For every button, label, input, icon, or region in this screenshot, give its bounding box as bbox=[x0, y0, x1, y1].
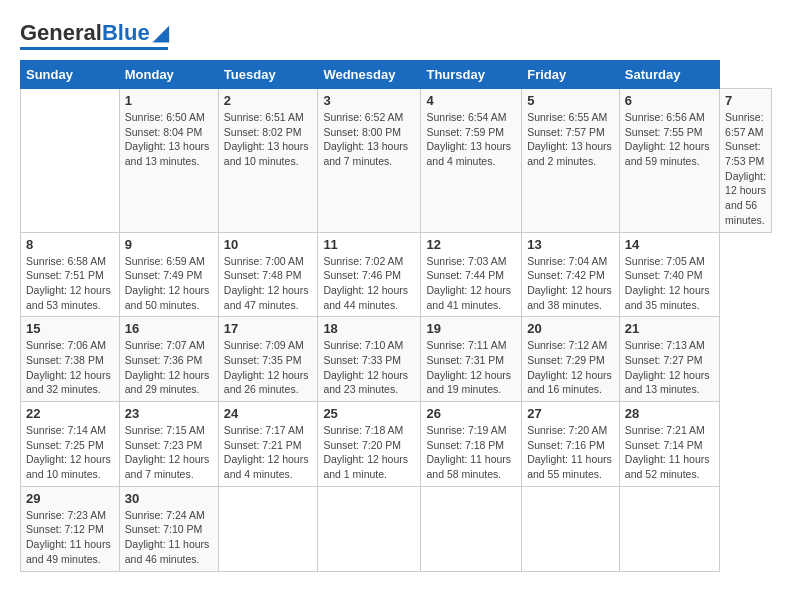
day-number: 1 bbox=[125, 93, 213, 108]
day-number: 16 bbox=[125, 321, 213, 336]
day-number: 9 bbox=[125, 237, 213, 252]
calendar-cell: 23 Sunrise: 7:15 AMSunset: 7:23 PMDaylig… bbox=[119, 402, 218, 487]
calendar-cell: 18 Sunrise: 7:10 AMSunset: 7:33 PMDaylig… bbox=[318, 317, 421, 402]
weekday-header-wednesday: Wednesday bbox=[318, 61, 421, 89]
calendar-cell: 5 Sunrise: 6:55 AMSunset: 7:57 PMDayligh… bbox=[522, 89, 620, 233]
day-info: Sunrise: 7:13 AMSunset: 7:27 PMDaylight:… bbox=[625, 338, 714, 397]
day-info: Sunrise: 7:10 AMSunset: 7:33 PMDaylight:… bbox=[323, 338, 415, 397]
calendar-cell: 9 Sunrise: 6:59 AMSunset: 7:49 PMDayligh… bbox=[119, 232, 218, 317]
calendar-cell bbox=[619, 486, 719, 571]
calendar-cell: 15 Sunrise: 7:06 AMSunset: 7:38 PMDaylig… bbox=[21, 317, 120, 402]
logo-underline bbox=[20, 47, 168, 50]
day-number: 21 bbox=[625, 321, 714, 336]
calendar-cell: 24 Sunrise: 7:17 AMSunset: 7:21 PMDaylig… bbox=[218, 402, 318, 487]
day-info: Sunrise: 6:57 AMSunset: 7:53 PMDaylight:… bbox=[725, 110, 766, 228]
weekday-header-monday: Monday bbox=[119, 61, 218, 89]
day-info: Sunrise: 7:09 AMSunset: 7:35 PMDaylight:… bbox=[224, 338, 313, 397]
day-number: 13 bbox=[527, 237, 614, 252]
day-info: Sunrise: 7:07 AMSunset: 7:36 PMDaylight:… bbox=[125, 338, 213, 397]
day-number: 22 bbox=[26, 406, 114, 421]
day-number: 25 bbox=[323, 406, 415, 421]
day-info: Sunrise: 7:18 AMSunset: 7:20 PMDaylight:… bbox=[323, 423, 415, 482]
day-info: Sunrise: 7:15 AMSunset: 7:23 PMDaylight:… bbox=[125, 423, 213, 482]
day-number: 18 bbox=[323, 321, 415, 336]
calendar-cell: 12 Sunrise: 7:03 AMSunset: 7:44 PMDaylig… bbox=[421, 232, 522, 317]
page-header: General Blue ◢ bbox=[20, 20, 772, 50]
day-number: 7 bbox=[725, 93, 766, 108]
day-info: Sunrise: 6:51 AMSunset: 8:02 PMDaylight:… bbox=[224, 110, 313, 169]
calendar-cell: 25 Sunrise: 7:18 AMSunset: 7:20 PMDaylig… bbox=[318, 402, 421, 487]
day-number: 19 bbox=[426, 321, 516, 336]
calendar-cell: 10 Sunrise: 7:00 AMSunset: 7:48 PMDaylig… bbox=[218, 232, 318, 317]
weekday-header-saturday: Saturday bbox=[619, 61, 719, 89]
day-info: Sunrise: 7:04 AMSunset: 7:42 PMDaylight:… bbox=[527, 254, 614, 313]
day-number: 2 bbox=[224, 93, 313, 108]
day-number: 5 bbox=[527, 93, 614, 108]
day-info: Sunrise: 7:24 AMSunset: 7:10 PMDaylight:… bbox=[125, 508, 213, 567]
day-number: 20 bbox=[527, 321, 614, 336]
day-number: 23 bbox=[125, 406, 213, 421]
calendar-cell bbox=[318, 486, 421, 571]
calendar-cell: 4 Sunrise: 6:54 AMSunset: 7:59 PMDayligh… bbox=[421, 89, 522, 233]
day-info: Sunrise: 6:58 AMSunset: 7:51 PMDaylight:… bbox=[26, 254, 114, 313]
day-number: 30 bbox=[125, 491, 213, 506]
day-number: 29 bbox=[26, 491, 114, 506]
weekday-header-friday: Friday bbox=[522, 61, 620, 89]
day-number: 6 bbox=[625, 93, 714, 108]
calendar-cell bbox=[421, 486, 522, 571]
calendar-cell bbox=[522, 486, 620, 571]
calendar-cell: 29 Sunrise: 7:23 AMSunset: 7:12 PMDaylig… bbox=[21, 486, 120, 571]
day-number: 4 bbox=[426, 93, 516, 108]
logo-blue: Blue bbox=[102, 20, 150, 46]
day-number: 15 bbox=[26, 321, 114, 336]
day-info: Sunrise: 6:55 AMSunset: 7:57 PMDaylight:… bbox=[527, 110, 614, 169]
logo-general: General bbox=[20, 20, 102, 46]
calendar-cell: 27 Sunrise: 7:20 AMSunset: 7:16 PMDaylig… bbox=[522, 402, 620, 487]
day-info: Sunrise: 7:20 AMSunset: 7:16 PMDaylight:… bbox=[527, 423, 614, 482]
day-number: 26 bbox=[426, 406, 516, 421]
day-info: Sunrise: 7:02 AMSunset: 7:46 PMDaylight:… bbox=[323, 254, 415, 313]
day-info: Sunrise: 6:56 AMSunset: 7:55 PMDaylight:… bbox=[625, 110, 714, 169]
day-info: Sunrise: 7:06 AMSunset: 7:38 PMDaylight:… bbox=[26, 338, 114, 397]
day-number: 27 bbox=[527, 406, 614, 421]
day-number: 24 bbox=[224, 406, 313, 421]
day-number: 11 bbox=[323, 237, 415, 252]
calendar-cell: 3 Sunrise: 6:52 AMSunset: 8:00 PMDayligh… bbox=[318, 89, 421, 233]
weekday-header-thursday: Thursday bbox=[421, 61, 522, 89]
day-number: 17 bbox=[224, 321, 313, 336]
logo: General Blue ◢ bbox=[20, 20, 168, 50]
day-number: 12 bbox=[426, 237, 516, 252]
calendar-cell: 8 Sunrise: 6:58 AMSunset: 7:51 PMDayligh… bbox=[21, 232, 120, 317]
day-number: 3 bbox=[323, 93, 415, 108]
calendar-cell: 26 Sunrise: 7:19 AMSunset: 7:18 PMDaylig… bbox=[421, 402, 522, 487]
calendar-cell: 22 Sunrise: 7:14 AMSunset: 7:25 PMDaylig… bbox=[21, 402, 120, 487]
calendar-cell: 17 Sunrise: 7:09 AMSunset: 7:35 PMDaylig… bbox=[218, 317, 318, 402]
calendar-cell bbox=[21, 89, 120, 233]
day-number: 10 bbox=[224, 237, 313, 252]
calendar-cell: 13 Sunrise: 7:04 AMSunset: 7:42 PMDaylig… bbox=[522, 232, 620, 317]
day-info: Sunrise: 7:17 AMSunset: 7:21 PMDaylight:… bbox=[224, 423, 313, 482]
calendar-cell: 1 Sunrise: 6:50 AMSunset: 8:04 PMDayligh… bbox=[119, 89, 218, 233]
calendar-table: SundayMondayTuesdayWednesdayThursdayFrid… bbox=[20, 60, 772, 572]
calendar-cell: 20 Sunrise: 7:12 AMSunset: 7:29 PMDaylig… bbox=[522, 317, 620, 402]
day-info: Sunrise: 7:03 AMSunset: 7:44 PMDaylight:… bbox=[426, 254, 516, 313]
weekday-header-tuesday: Tuesday bbox=[218, 61, 318, 89]
calendar-cell: 16 Sunrise: 7:07 AMSunset: 7:36 PMDaylig… bbox=[119, 317, 218, 402]
day-info: Sunrise: 7:19 AMSunset: 7:18 PMDaylight:… bbox=[426, 423, 516, 482]
calendar-cell: 14 Sunrise: 7:05 AMSunset: 7:40 PMDaylig… bbox=[619, 232, 719, 317]
day-info: Sunrise: 7:21 AMSunset: 7:14 PMDaylight:… bbox=[625, 423, 714, 482]
weekday-header-sunday: Sunday bbox=[21, 61, 120, 89]
day-info: Sunrise: 7:05 AMSunset: 7:40 PMDaylight:… bbox=[625, 254, 714, 313]
day-info: Sunrise: 6:54 AMSunset: 7:59 PMDaylight:… bbox=[426, 110, 516, 169]
day-info: Sunrise: 6:50 AMSunset: 8:04 PMDaylight:… bbox=[125, 110, 213, 169]
day-info: Sunrise: 7:00 AMSunset: 7:48 PMDaylight:… bbox=[224, 254, 313, 313]
day-number: 14 bbox=[625, 237, 714, 252]
day-info: Sunrise: 6:52 AMSunset: 8:00 PMDaylight:… bbox=[323, 110, 415, 169]
day-info: Sunrise: 7:23 AMSunset: 7:12 PMDaylight:… bbox=[26, 508, 114, 567]
day-info: Sunrise: 7:12 AMSunset: 7:29 PMDaylight:… bbox=[527, 338, 614, 397]
calendar-cell bbox=[218, 486, 318, 571]
day-info: Sunrise: 7:14 AMSunset: 7:25 PMDaylight:… bbox=[26, 423, 114, 482]
calendar-cell: 30 Sunrise: 7:24 AMSunset: 7:10 PMDaylig… bbox=[119, 486, 218, 571]
day-number: 8 bbox=[26, 237, 114, 252]
calendar-cell: 28 Sunrise: 7:21 AMSunset: 7:14 PMDaylig… bbox=[619, 402, 719, 487]
